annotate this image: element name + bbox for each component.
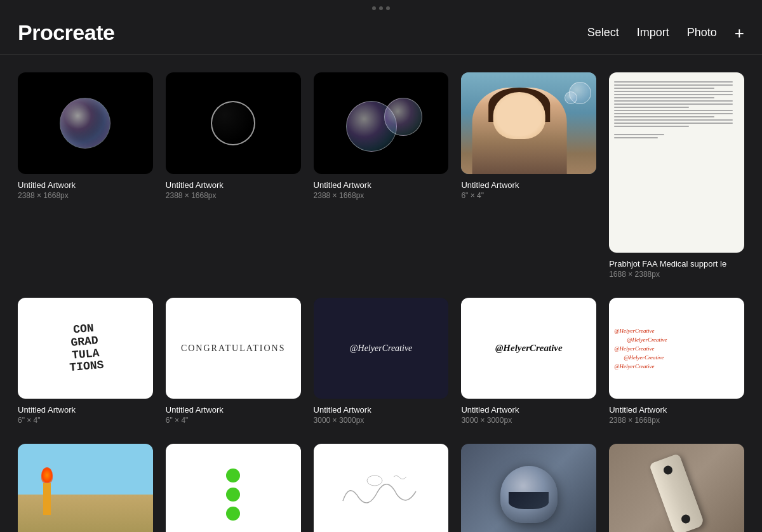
helyer-red-illustration: @HelyerCreative @HelyerCreative @HelyerC… <box>609 323 744 375</box>
artwork-name: Untitled Artwork <box>18 405 153 415</box>
bubbles-illustration <box>340 95 422 152</box>
artwork-thumbnail: CONGRADTULATIONS <box>18 298 153 399</box>
artwork-card[interactable]: Untitled Artwork 2388 × 1668px <box>18 72 153 279</box>
import-button[interactable]: Import <box>637 26 669 39</box>
artwork-card[interactable]: Prabhjot FAA Medical support le 1688 × 2… <box>609 72 744 279</box>
artwork-size: 6" × 4" <box>461 191 596 200</box>
photo-button[interactable]: Photo <box>687 26 717 39</box>
artwork-size: 2388 × 1668px <box>609 416 744 425</box>
artwork-card[interactable]: Untitled Artwork 2388 × 1668px <box>166 72 301 279</box>
artwork-thumbnail <box>461 72 596 174</box>
skateboard-illustration <box>609 444 744 532</box>
artwork-size: 6" × 4" <box>166 416 301 425</box>
artwork-size: 2388 × 1668px <box>314 191 449 200</box>
artwork-thumbnail <box>166 444 301 532</box>
artwork-card[interactable]: Untitled Artwork 2388 × 1668px <box>18 444 153 532</box>
artwork-name: Prabhjot FAA Medical support le <box>609 259 744 269</box>
artwork-thumbnail: CONGRATULATIONS <box>166 298 301 399</box>
artwork-size: 1688 × 2388px <box>609 270 744 279</box>
artwork-size: 2388 × 1668px <box>18 191 153 200</box>
artwork-card[interactable]: Untitled Artwork 2388 × 1668px <box>166 444 301 532</box>
artwork-gallery: Untitled Artwork 2388 × 1668px Untitled … <box>0 55 762 532</box>
artwork-name: Untitled Artwork <box>609 405 744 415</box>
new-artwork-button[interactable]: + <box>735 25 744 41</box>
artwork-card[interactable]: CONGRADTULATIONS Untitled Artwork 6" × 4… <box>18 298 153 425</box>
artwork-name: Untitled Artwork <box>314 405 449 415</box>
artwork-card[interactable]: Motorcycle Helmet 4096 × 4096px <box>461 444 596 532</box>
artwork-name: Untitled Artwork <box>166 405 301 415</box>
artwork-thumbnail <box>166 72 301 174</box>
portrait-illustration <box>461 72 596 174</box>
helyer-white-illustration: @HelyerCreative <box>495 343 563 354</box>
artwork-thumbnail <box>461 444 596 532</box>
artwork-name: Untitled Artwork <box>166 180 301 190</box>
artwork-card[interactable]: Untitled Artwork 2388 × 1668px <box>314 444 449 532</box>
artwork-thumbnail: @HelyerCreative <box>314 298 449 399</box>
document-illustration <box>609 72 744 253</box>
dots-illustration <box>166 444 301 532</box>
congrats-print-illustration: CONGRATULATIONS <box>181 343 286 354</box>
artwork-name: Untitled Artwork <box>18 180 153 190</box>
header-actions: Select Import Photo + <box>587 25 744 41</box>
bubble-illustration <box>60 98 110 149</box>
artwork-card[interactable]: @HelyerCreative Untitled Artwork 3000 × … <box>461 298 596 425</box>
artwork-size: 3000 × 3000px <box>314 416 449 425</box>
artwork-card[interactable]: Untitled Artwork 6" × 4" <box>461 72 596 279</box>
helyer-dark-illustration: @HelyerCreative <box>350 343 413 354</box>
app-title: Procreate <box>18 20 114 45</box>
artwork-card[interactable]: Untitled Artwork 2388 × 1668px <box>314 72 449 279</box>
artwork-thumbnail <box>314 72 449 174</box>
circle-illustration <box>211 101 255 145</box>
helmet-illustration <box>461 444 596 532</box>
artwork-card[interactable]: @HelyerCreative Untitled Artwork 3000 × … <box>314 298 449 425</box>
artwork-thumbnail: @HelyerCreative <box>461 298 596 399</box>
svg-point-0 <box>367 475 382 486</box>
artwork-thumbnail <box>609 72 744 253</box>
sketch-svg <box>337 469 425 520</box>
artwork-card[interactable]: @HelyerCreative @HelyerCreative @HelyerC… <box>609 298 744 425</box>
sketch-illustration <box>314 444 449 532</box>
artwork-size: 3000 × 3000px <box>461 416 596 425</box>
header: Procreate Select Import Photo + <box>0 14 762 54</box>
congrats-hand-illustration: CONGRADTULATIONS <box>66 322 105 375</box>
landscape-illustration <box>18 444 153 532</box>
artwork-thumbnail <box>314 444 449 532</box>
artwork-thumbnail <box>18 72 153 174</box>
select-button[interactable]: Select <box>587 26 619 39</box>
artwork-name: Untitled Artwork <box>314 180 449 190</box>
artwork-card[interactable]: Skateboard 4096 × 4096px <box>609 444 744 532</box>
artwork-thumbnail: @HelyerCreative @HelyerCreative @HelyerC… <box>609 298 744 399</box>
artwork-size: 2388 × 1668px <box>166 191 301 200</box>
artwork-card[interactable]: CONGRATULATIONS Untitled Artwork 6" × 4" <box>166 298 301 425</box>
artwork-size: 6" × 4" <box>18 416 153 425</box>
window-dots <box>0 0 762 14</box>
artwork-thumbnail <box>18 444 153 532</box>
artwork-name: Untitled Artwork <box>461 180 596 190</box>
artwork-name: Untitled Artwork <box>461 405 596 415</box>
artwork-thumbnail <box>609 444 744 532</box>
